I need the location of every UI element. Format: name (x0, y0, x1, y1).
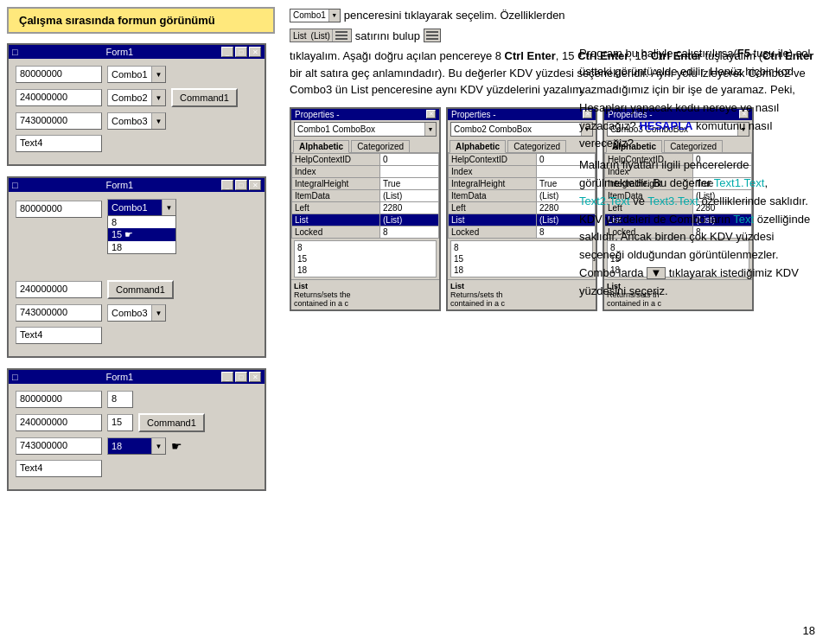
form2-combo3[interactable]: Combo3 ▼ (107, 304, 166, 322)
prop1-integral-val: True (380, 177, 439, 189)
form-3-row-4: Text4 (16, 460, 258, 477)
form-3-minimize[interactable]: _ (221, 372, 233, 382)
combo2-btn[interactable]: ▼ (151, 90, 165, 105)
prop2-left-name: Left (449, 201, 537, 214)
form2-text4-field[interactable]: Text4 (16, 327, 102, 344)
list-lines (335, 31, 348, 40)
prop1-helpcontext-val: 0 (380, 153, 439, 165)
prop1-combo-row: Combo1 ComboBox ▼ (291, 120, 439, 138)
combo1[interactable]: Combo1 ▼ (107, 66, 166, 83)
prop1-close[interactable]: ✕ (426, 110, 436, 118)
form3-val1[interactable]: 8 (107, 391, 133, 408)
form-1-maximize[interactable]: □ (235, 47, 247, 57)
form-1-close[interactable]: ✕ (249, 47, 261, 57)
prop1-title: Properties - (295, 110, 340, 119)
form-1-titlebar: □ Form1 _ □ ✕ (9, 45, 265, 59)
prop2-list-item-18: 18 (452, 265, 591, 276)
form-3-row-1: 80000000 8 (16, 391, 258, 408)
prop1-titlebar: Properties - ✕ (291, 109, 439, 120)
form-3: □ Form1 _ □ ✕ 80000000 8 240000000 15 Co… (7, 368, 266, 491)
form-2-maximize[interactable]: □ (235, 180, 247, 190)
prop2-combo-row: Combo2 ComboBox ▼ (448, 120, 596, 138)
text3-field[interactable]: 743000000 (16, 112, 102, 130)
prop1-desc-label: List (294, 282, 308, 290)
command1-btn[interactable]: Command1 (171, 88, 238, 107)
form3-command1-btn[interactable]: Command1 (138, 413, 205, 432)
prop1-index-val (380, 165, 439, 177)
prop1-itemdata-val: (List) (380, 189, 439, 201)
prop1-combo-btn[interactable]: ▼ (424, 123, 436, 136)
form-2-row-3: 743000000 Combo3 ▼ (16, 304, 258, 322)
combo3[interactable]: Combo3 ▼ (107, 112, 166, 130)
prop2-list-area: 8 15 18 (450, 240, 593, 277)
combo3-btn[interactable]: ▼ (151, 113, 165, 129)
form-1-minimize[interactable]: _ (221, 47, 233, 57)
prop1-left-val: 2280 (380, 201, 439, 214)
prop2-list-item-8: 8 (452, 242, 591, 253)
prop2-row-left: Left 2280 (449, 201, 596, 214)
dropdown-item-15[interactable]: 15 ☛ (108, 228, 175, 241)
dropdown-item-18[interactable]: 18 (108, 241, 175, 253)
prop1-tab-cat[interactable]: Categorized (351, 140, 410, 152)
prop2-row-helpcontext: HelpContextID 0 (449, 153, 596, 165)
form3-text2-field[interactable]: 240000000 (16, 414, 102, 431)
prop2-desc-label: List (450, 282, 464, 290)
combo1-btn[interactable]: ▼ (151, 67, 165, 82)
prop1-row-helpcontext: HelpContextID 0 (292, 153, 439, 165)
form2-combo1[interactable]: Combo1 ▼ (107, 199, 176, 216)
prop1-helpcontext-name: HelpContextID (292, 153, 380, 165)
prop2-row-list[interactable]: List (List) (449, 214, 596, 226)
text-prop-ref: Text (733, 213, 754, 226)
combo2[interactable]: Combo2 ▼ (107, 89, 166, 106)
left-column: □ Form1 _ □ ✕ 80000000 Combo1 ▼ 24000000… (7, 43, 284, 501)
form3-text1-field[interactable]: 80000000 (16, 391, 102, 408)
dropdown-item-8[interactable]: 8 (108, 216, 175, 228)
prop1-row-left: Left 2280 (292, 201, 439, 214)
prop2-tab-cat[interactable]: Categorized (507, 140, 566, 152)
form2-combo3-btn[interactable]: ▼ (151, 305, 165, 321)
text4-field[interactable]: Text4 (16, 135, 102, 152)
form2-combo1-btn[interactable]: ▼ (162, 200, 175, 215)
form-1-title: Form1 (105, 47, 133, 57)
top-list-icon (332, 29, 351, 41)
form3-text4-field[interactable]: Text4 (16, 460, 102, 477)
prop2-integral-name: IntegralHeight (449, 177, 537, 189)
form2-combo3-text: Combo3 (108, 306, 151, 320)
top-icon-btn (424, 29, 440, 41)
form-2-close[interactable]: ✕ (249, 180, 261, 190)
form2-text3-field[interactable]: 743000000 (16, 304, 102, 322)
form-3-row-3: 743000000 18 ▼ ☛ (16, 437, 258, 455)
form-1: □ Form1 _ □ ✕ 80000000 Combo1 ▼ 24000000… (7, 43, 266, 166)
form2-command1-btn[interactable]: Command1 (107, 280, 174, 299)
text1-ref: Text1.Text (714, 176, 765, 189)
prop1-tab-alpha[interactable]: Alphabetic (293, 140, 349, 153)
combo1-text: Combo1 (108, 67, 151, 81)
form2-text2-field[interactable]: 240000000 (16, 281, 102, 298)
prop1-combo-text: Combo1 ComboBox (295, 124, 424, 135)
prop2-tabs: Alphabetic Categorized (448, 138, 596, 153)
text1-field[interactable]: 80000000 (16, 66, 102, 83)
form3-combo3-btn[interactable]: ▼ (151, 438, 165, 454)
form-2-row-2: 240000000 Command1 (16, 280, 258, 299)
form3-text3-field[interactable]: 743000000 (16, 437, 102, 455)
form3-combo3[interactable]: 18 ▼ (107, 437, 166, 455)
prop2-combo[interactable]: Combo2 ComboBox ▼ (450, 122, 593, 137)
prop1-row-list[interactable]: List (List) (292, 214, 439, 226)
form2-text1-field[interactable]: 80000000 (16, 201, 102, 218)
form-2-minimize[interactable]: _ (221, 180, 233, 190)
form3-val2[interactable]: 15 (107, 414, 133, 431)
prop2-combo-text: Combo2 ComboBox (451, 124, 581, 135)
prop1-combo[interactable]: Combo1 ComboBox ▼ (294, 122, 437, 137)
form-1-row-4: Text4 (16, 135, 258, 152)
prop1-itemdata-name: ItemData (292, 189, 380, 201)
prop1-list-area: 8 15 18 (294, 240, 437, 277)
prop1-row-locked: Locked 8 (292, 226, 439, 238)
form-3-close[interactable]: ✕ (249, 372, 261, 382)
text2-field[interactable]: 240000000 (16, 89, 102, 106)
form-1-row-2: 240000000 Combo2 ▼ Command1 (16, 88, 258, 107)
prop2-tab-alpha[interactable]: Alphabetic (450, 140, 506, 153)
cursor-icon: ☛ (171, 439, 182, 453)
form-1-body: 80000000 Combo1 ▼ 240000000 Combo2 ▼ Com… (9, 59, 265, 164)
form-3-maximize[interactable]: □ (235, 372, 247, 382)
combo1-dropdown: 8 15 ☛ 18 (107, 216, 176, 254)
